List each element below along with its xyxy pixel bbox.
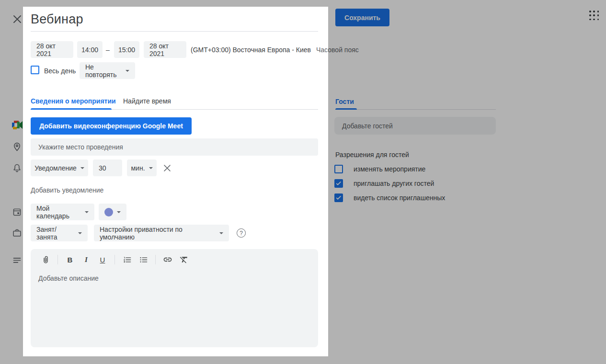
timezone-label: (GMT+03:00) Восточная Европа - Киев (191, 41, 311, 58)
start-time-chip[interactable]: 14:00 (77, 41, 103, 58)
see-guest-list-checkbox[interactable] (334, 193, 343, 202)
toolbar-divider (57, 255, 58, 264)
add-google-meet-button[interactable]: Добавить видеоконференцию Google Meet (31, 117, 192, 135)
calendar-name-value: Мой календарь (36, 205, 81, 220)
toolbar-divider (114, 255, 115, 264)
save-button[interactable]: Сохранить (335, 9, 389, 26)
attach-file-icon[interactable] (38, 252, 53, 267)
numbered-list-icon[interactable] (120, 252, 134, 267)
briefcase-icon (12, 228, 23, 239)
chevron-down-icon (85, 211, 89, 213)
time-range-dash: – (106, 41, 110, 58)
modify-event-checkbox[interactable] (334, 165, 343, 173)
tab-find-time[interactable]: Найдите время (123, 97, 171, 105)
start-date-chip[interactable]: 28 окт 2021 (31, 41, 73, 58)
guest-permissions-title: Разрешения для гостей (335, 151, 409, 159)
calendar-dropdown[interactable]: Мой календарь (31, 204, 94, 220)
notification-minutes-input[interactable]: 30 (93, 159, 122, 176)
chevron-down-icon (117, 211, 121, 213)
notification-type-dropdown[interactable]: Уведомление (31, 159, 88, 176)
google-apps-grid-icon[interactable] (589, 11, 599, 21)
description-placeholder: Добавьте описание (38, 274, 99, 282)
timezone-button[interactable]: Часовой пояс (316, 41, 359, 58)
title-underline (31, 31, 318, 32)
end-date-chip[interactable]: 28 окт 2021 (144, 41, 186, 58)
event-color-dropdown[interactable] (99, 204, 126, 220)
bulleted-list-icon[interactable] (136, 252, 150, 267)
permission-row: приглашать других гостей (334, 179, 434, 188)
chevron-down-icon (219, 232, 223, 234)
add-notification-link[interactable]: Добавить уведомление (31, 186, 103, 194)
permission-label: приглашать других гостей (354, 180, 434, 187)
permission-row: видеть список приглашенных (334, 193, 445, 202)
recurrence-value: Не повторять (85, 63, 122, 79)
active-tab-indicator (31, 108, 112, 110)
guests-tab-line (335, 109, 496, 110)
calendar-color-dot (104, 208, 113, 216)
underline-icon[interactable]: U (95, 252, 110, 267)
tab-guests[interactable]: Гости (335, 98, 354, 105)
notification-unit-dropdown[interactable]: мин. (127, 159, 157, 176)
visibility-value: Настройки приватности по умолчанию (100, 226, 216, 241)
all-day-checkbox[interactable] (31, 66, 39, 74)
notification-unit-value: мин. (131, 164, 145, 172)
guests-active-indicator (335, 108, 357, 110)
permission-row: изменять мероприятие (334, 165, 425, 173)
notification-type-value: Уведомление (34, 164, 77, 172)
event-title-input[interactable]: Вебинар (31, 12, 83, 27)
description-editor[interactable]: B I U (31, 249, 318, 347)
chevron-down-icon (126, 70, 129, 72)
permission-label: видеть список приглашенных (354, 194, 445, 202)
location-input[interactable]: Укажите место проведения (31, 138, 318, 156)
chevron-down-icon (80, 167, 84, 169)
description-lines-icon (12, 255, 23, 266)
invite-others-checkbox[interactable] (334, 179, 343, 188)
bell-icon (12, 163, 23, 173)
end-time-chip[interactable]: 15:00 (114, 41, 139, 58)
busy-status-dropdown[interactable]: Занят/занята (31, 225, 88, 241)
tab-event-details[interactable]: Сведения о мероприятии (31, 97, 116, 105)
visibility-dropdown[interactable]: Настройки приватности по умолчанию (94, 225, 229, 241)
recurrence-dropdown[interactable]: Не повторять (80, 62, 135, 79)
event-edit-page: Вебинар 28 окт 2021 14:00 – 15:00 28 окт… (0, 0, 606, 364)
editor-toolbar: B I U (31, 249, 318, 270)
italic-icon[interactable]: I (79, 252, 93, 267)
chevron-down-icon (149, 167, 153, 169)
insert-link-icon[interactable] (160, 252, 175, 267)
all-day-label: Весь день (44, 62, 76, 79)
clear-formatting-icon[interactable] (177, 252, 191, 267)
permission-label: изменять мероприятие (354, 165, 425, 173)
google-meet-icon (12, 121, 23, 131)
chevron-down-icon (78, 232, 82, 234)
toolbar-divider (155, 255, 156, 264)
remove-notification-icon[interactable] (163, 164, 172, 172)
add-guests-input[interactable]: Добавьте гостей (334, 117, 496, 135)
calendar-icon (12, 207, 23, 217)
busy-status-value: Занят/занята (36, 226, 74, 241)
bold-icon[interactable]: B (63, 252, 77, 267)
help-icon[interactable]: ? (237, 228, 246, 238)
close-icon[interactable] (12, 14, 22, 24)
location-pin-icon (12, 142, 23, 152)
